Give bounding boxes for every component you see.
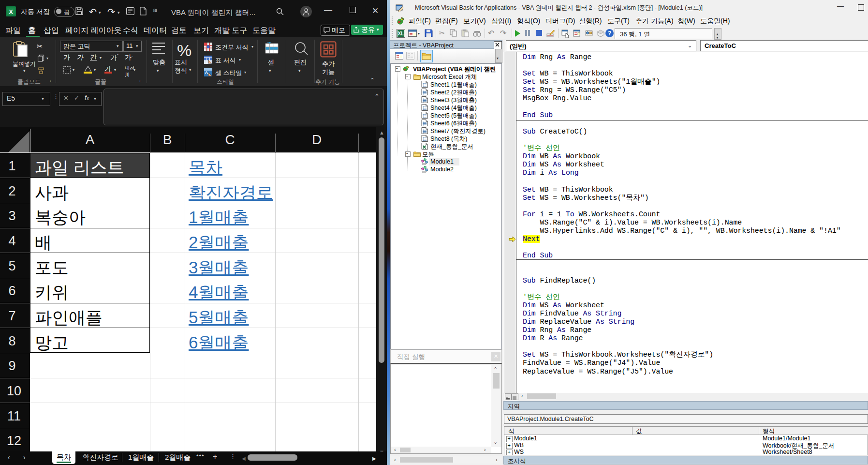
svg-text:X: X <box>9 8 13 15</box>
svg-text:XL: XL <box>398 31 404 36</box>
